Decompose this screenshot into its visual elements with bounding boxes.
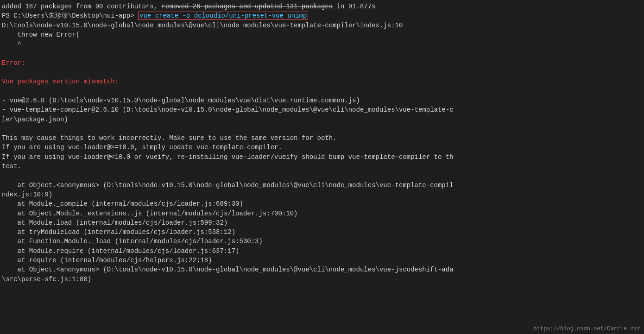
line-text: at tryModuleLoad (internal/modules/cjs/l… <box>2 228 235 236</box>
strikethrough-text: removed 26 packages and updated 131 pack… <box>161 3 333 10</box>
terminal-line: at tryModuleLoad (internal/modules/cjs/l… <box>0 227 644 237</box>
line-text: - vue-template-compiler@2.6.10 (D:\tools… <box>2 106 454 113</box>
line-text: at require (internal/modules/cjs/helpers… <box>2 257 212 264</box>
terminal-line: test. <box>0 162 644 171</box>
terminal-line <box>0 49 644 58</box>
terminal-line: Vue packages version mismatch: <box>0 77 644 86</box>
terminal-line: - vue@2.6.8 (D:\tools\node-v10.15.0\node… <box>0 96 644 105</box>
terminal-line: ^ <box>0 39 644 49</box>
line-text: throw new Error( <box>2 31 80 38</box>
terminal-line <box>0 68 644 77</box>
line-text: at Module.load (internal/modules/cjs/loa… <box>2 219 227 227</box>
line-text: at Object.Module._extensions..js (intern… <box>2 210 298 217</box>
line-text: - vue@2.6.8 (D:\tools\node-v10.15.0\node… <box>2 97 360 104</box>
terminal-line: at Object.Module._extensions..js (intern… <box>0 209 644 218</box>
terminal-line: added 187 packages from 90 contributors,… <box>0 2 644 11</box>
terminal-line: If you are using vue-loader@>=10.0, simp… <box>0 143 644 152</box>
line-text: \src\parse-sfc.js:1:80) <box>2 276 91 283</box>
line-text: at Object.<anonymous> (D:\tools\node-v10… <box>2 182 454 189</box>
terminal-line: This may cause things to work incorrectl… <box>0 133 644 143</box>
terminal-line: at Object.<anonymous> (D:\tools\node-v10… <box>0 265 644 274</box>
error-label: Error: <box>2 59 25 67</box>
line-text: If you are using vue-loader@<10.0 or vue… <box>2 153 454 161</box>
line-text: If you are using vue-loader@>=10.0, simp… <box>2 144 282 151</box>
terminal-line: D:\tools\node-v10.15.0\node-global\node_… <box>0 21 644 30</box>
terminal-line: at Function.Module._load (internal/modul… <box>0 237 644 246</box>
terminal-line <box>0 171 644 180</box>
line-text: in 91.877s <box>333 3 375 10</box>
command-highlight: vue create -p dcloudio/uni-preset-vue un… <box>138 12 308 20</box>
terminal-line: ndex.js:10:9) <box>0 190 644 199</box>
line-text: ^ <box>2 40 21 48</box>
line-text: added 187 packages from 90 contributors, <box>2 3 161 10</box>
line-text: at Function.Module._load (internal/modul… <box>2 238 263 245</box>
terminal-line: at Module._compile (internal/modules/cjs… <box>0 199 644 208</box>
terminal-line <box>0 124 644 133</box>
line-text: at Module.require (internal/modules/cjs/… <box>2 247 239 255</box>
line-text: This may cause things to work incorrectl… <box>2 134 337 142</box>
terminal-line: throw new Error( <box>0 30 644 39</box>
line-text: test. <box>2 163 21 170</box>
error-message: Vue packages version mismatch: <box>2 78 119 85</box>
line-text: ndex.js:10:9) <box>2 191 52 198</box>
terminal-line: at Module.require (internal/modules/cjs/… <box>0 246 644 256</box>
terminal-line: - vue-template-compiler@2.6.10 (D:\tools… <box>0 105 644 114</box>
line-text: ler\package.json) <box>2 116 68 123</box>
watermark-text: https://blog.csdn.net/Carrie_zzz <box>534 326 640 332</box>
ps-prompt: PS C:\Users\朱珍珍\Desktop\nui-app> <box>2 12 138 19</box>
terminal-line: ler\package.json) <box>0 115 644 124</box>
terminal-window: added 187 packages from 90 contributors,… <box>0 0 644 334</box>
terminal-line: \src\parse-sfc.js:1:80) <box>0 275 644 284</box>
line-text: at Module._compile (internal/modules/cjs… <box>2 200 243 208</box>
line-text: D:\tools\node-v10.15.0\node-global\node_… <box>2 22 403 29</box>
terminal-line: at Object.<anonymous> (D:\tools\node-v10… <box>0 181 644 190</box>
terminal-line: at require (internal/modules/cjs/helpers… <box>0 256 644 265</box>
terminal-line: at Module.load (internal/modules/cjs/loa… <box>0 218 644 227</box>
line-text: at Object.<anonymous> (D:\tools\node-v10… <box>2 266 454 273</box>
terminal-line: Error: <box>0 58 644 68</box>
terminal-line <box>0 87 644 96</box>
terminal-line: If you are using vue-loader@<10.0 or vue… <box>0 152 644 162</box>
terminal-line: PS C:\Users\朱珍珍\Desktop\nui-app> vue cre… <box>0 11 644 20</box>
